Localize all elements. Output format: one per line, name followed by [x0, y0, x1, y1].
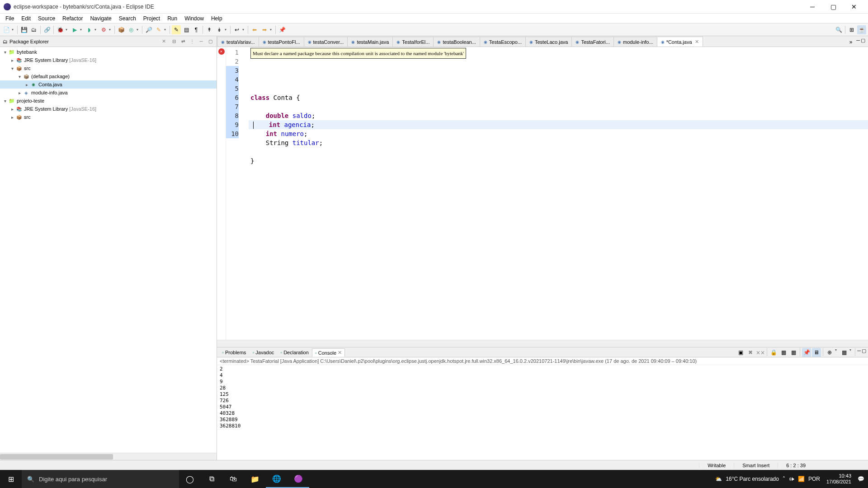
menu-file[interactable]: File: [2, 14, 18, 23]
bottom-tab-console[interactable]: ▫Console✕: [312, 348, 345, 357]
editor-tab[interactable]: ◉TestaEscopo...: [480, 37, 526, 47]
tree-item-src[interactable]: ▾src: [0, 64, 217, 72]
language-indicator[interactable]: POR: [808, 476, 820, 482]
tree-item-src[interactable]: ▸src: [0, 113, 217, 121]
editor-tab[interactable]: ◉testaBoolean...: [433, 37, 480, 47]
run-button[interactable]: ▶: [70, 25, 79, 34]
console-remove-all-icon[interactable]: ⨯⨯: [756, 348, 765, 357]
package-tree[interactable]: ▾bytebank▸JRE System Library[JavaSE-16]▾…: [0, 47, 217, 453]
debug-button[interactable]: 🐞: [56, 25, 65, 34]
console-maximize-icon[interactable]: ▢: [862, 348, 866, 357]
maximize-button[interactable]: ▢: [823, 0, 844, 14]
toggle-button[interactable]: 🔗: [42, 25, 52, 34]
editor-min-icon[interactable]: ─: [856, 38, 860, 47]
view-menu-icon[interactable]: ⋮: [189, 38, 196, 45]
editor-tab[interactable]: ◉testaPontoFl...: [259, 37, 304, 47]
close-tab-icon[interactable]: ✕: [338, 350, 342, 356]
minimize-view-icon[interactable]: ─: [198, 38, 205, 45]
notifications-icon[interactable]: 💬: [858, 476, 864, 482]
back-button[interactable]: ⬅: [250, 25, 259, 34]
menu-edit[interactable]: Edit: [18, 14, 34, 23]
weather-icon[interactable]: ⛅: [715, 476, 722, 482]
quick-access-icon[interactable]: 🔍: [834, 25, 843, 34]
java-perspective-button[interactable]: ☕: [857, 25, 866, 34]
bottom-tab-declaration[interactable]: ▫Declaration: [277, 348, 312, 357]
save-button[interactable]: 💾: [19, 25, 28, 34]
tab-list-icon[interactable]: »: [846, 38, 855, 47]
tree-item-bytebank[interactable]: ▾bytebank: [0, 48, 217, 56]
minimize-button[interactable]: ─: [802, 0, 823, 14]
editor-tab[interactable]: ◉TestaFatori...: [571, 37, 614, 47]
new-button[interactable]: 📄: [2, 25, 11, 34]
tree-item-jre-system-library[interactable]: ▸JRE System Library[JavaSE-16]: [0, 56, 217, 64]
annotation-prev-button[interactable]: ↟: [205, 25, 214, 34]
maximize-view-icon[interactable]: ▢: [207, 38, 214, 45]
toggle-block-button[interactable]: ▤: [182, 25, 191, 34]
file-explorer-icon[interactable]: 📁: [244, 470, 266, 488]
weather-text[interactable]: 16°C Parc ensolarado: [726, 476, 779, 482]
menu-navigate[interactable]: Navigate: [86, 14, 115, 23]
open-type-button[interactable]: 🔎: [144, 25, 153, 34]
close-view-icon[interactable]: ✕: [162, 38, 166, 44]
editor-tab[interactable]: ◉testaConver...: [304, 37, 348, 47]
editor-tab[interactable]: ◉*Conta.java✕: [657, 37, 703, 47]
last-edit-button[interactable]: ↩: [232, 25, 241, 34]
start-button[interactable]: ⊞: [0, 470, 22, 488]
editor-body[interactable]: × 12345678910 Must declare a named packa…: [217, 47, 868, 340]
external-button[interactable]: ⚙: [99, 25, 108, 34]
taskbar-search[interactable]: 🔍 Digite aqui para pesquisar: [22, 470, 179, 488]
task-view-icon[interactable]: ⧉: [201, 470, 222, 488]
sidebar-hscroll[interactable]: [0, 453, 217, 460]
tree-item-conta-java[interactable]: ▸Conta.java: [0, 80, 217, 89]
toggle-mark-button[interactable]: ✎: [172, 25, 181, 34]
tree-item-module-info-java[interactable]: ▸module-info.java: [0, 89, 217, 97]
editor-tab[interactable]: ◉module-info...: [613, 37, 657, 47]
tree-item--default-package-[interactable]: ▾(default package): [0, 72, 217, 80]
save-all-button[interactable]: 🗂: [29, 25, 38, 34]
network-icon[interactable]: 🕪: [789, 476, 794, 482]
annotation-next-button[interactable]: ↡: [215, 25, 224, 34]
link-editor-icon[interactable]: ⇄: [179, 38, 187, 45]
console-show-stderr-icon[interactable]: ▦: [789, 348, 798, 357]
console-clear-icon[interactable]: ▣: [736, 348, 745, 357]
tray-chevron-icon[interactable]: ˄: [783, 476, 785, 482]
coverage-button[interactable]: ◗: [85, 25, 94, 34]
editor-tab[interactable]: ◉testaMain.java: [347, 37, 393, 47]
pin-button[interactable]: 📌: [278, 25, 287, 34]
chrome-icon[interactable]: 🌐: [266, 470, 288, 488]
taskbar-clock[interactable]: 10:43 17/08/2021: [824, 473, 854, 485]
console-output[interactable]: 249281257265047403283628893628810: [217, 365, 868, 460]
new-package-button[interactable]: 📦: [117, 25, 126, 34]
bottom-tab-javadoc[interactable]: ▫Javadoc: [249, 348, 277, 357]
new-class-button[interactable]: ◎: [127, 25, 136, 34]
editor-tab[interactable]: ◉TesteLaco.java: [525, 37, 572, 47]
volume-icon[interactable]: 📶: [798, 476, 805, 482]
eclipse-taskbar-icon[interactable]: 🟣: [288, 470, 309, 488]
console-new-icon[interactable]: ▦: [840, 348, 849, 357]
menu-help[interactable]: Help: [208, 14, 226, 23]
editor-tab[interactable]: ◉TestaIforEl...: [392, 37, 434, 47]
forward-button[interactable]: ➡: [260, 25, 269, 34]
menu-source[interactable]: Source: [34, 14, 59, 23]
tree-item-projeto-teste[interactable]: ▾projeto-teste: [0, 97, 217, 105]
menu-project[interactable]: Project: [140, 14, 164, 23]
collapse-all-icon[interactable]: ⊟: [170, 38, 178, 45]
cortana-icon[interactable]: ◯: [179, 470, 201, 488]
menu-run[interactable]: Run: [164, 14, 181, 23]
tree-item-jre-system-library[interactable]: ▸JRE System Library[JavaSE-16]: [0, 105, 217, 113]
show-whitespace-button[interactable]: ¶: [192, 25, 201, 34]
bottom-tab-problems[interactable]: ▫Problems: [219, 348, 249, 357]
menu-refactor[interactable]: Refactor: [59, 14, 86, 23]
menu-search[interactable]: Search: [115, 14, 140, 23]
menu-window[interactable]: Window: [181, 14, 208, 23]
console-show-stdout-icon[interactable]: ▦: [779, 348, 788, 357]
editor-tab[interactable]: ◉testaVariav...: [217, 37, 259, 47]
store-icon[interactable]: 🛍: [222, 470, 244, 488]
console-remove-icon[interactable]: ✖: [746, 348, 755, 357]
editor-max-icon[interactable]: ▢: [861, 38, 865, 47]
search-button[interactable]: ✎: [154, 25, 163, 34]
open-perspective-button[interactable]: ⊞: [847, 25, 856, 34]
close-tab-icon[interactable]: ✕: [695, 39, 699, 45]
editor-hscroll[interactable]: [217, 340, 868, 347]
console-open-icon[interactable]: ⊕: [825, 348, 834, 357]
